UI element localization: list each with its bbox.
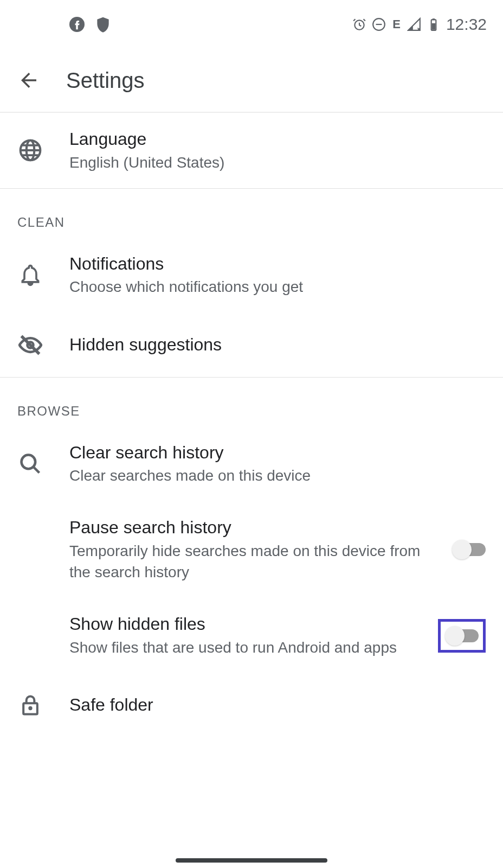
shield-icon — [94, 16, 112, 33]
section-browse: BROWSE Clear search history Clear search… — [0, 378, 503, 738]
lock-icon — [18, 693, 42, 717]
back-icon[interactable] — [17, 69, 40, 92]
clear-search-subtitle: Clear searches made on this device — [69, 465, 486, 486]
alarm-icon — [352, 17, 366, 31]
search-icon — [18, 452, 42, 476]
bell-icon — [18, 263, 42, 287]
language-item[interactable]: Language English (United States) — [0, 113, 503, 188]
svg-rect-5 — [432, 23, 436, 30]
status-bar: E 12:32 — [0, 0, 503, 49]
language-subtitle: English (United States) — [69, 152, 486, 173]
highlighted-toggle-box — [438, 619, 486, 653]
pause-search-title: Pause search history — [69, 516, 426, 539]
signal-icon — [407, 17, 421, 31]
notifications-subtitle: Choose which notifications you get — [69, 276, 486, 297]
pause-search-subtitle: Temporarily hide searches made on this d… — [69, 540, 426, 583]
show-hidden-title: Show hidden files — [69, 613, 412, 636]
eye-off-icon — [18, 333, 42, 357]
globe-icon — [18, 138, 42, 162]
do-not-disturb-icon — [372, 17, 386, 31]
clear-search-history-item[interactable]: Clear search history Clear searches made… — [0, 426, 503, 502]
nav-handle[interactable] — [176, 858, 327, 863]
browse-header: BROWSE — [0, 378, 503, 426]
show-hidden-subtitle: Show files that are used to run Android … — [69, 637, 412, 658]
page-title: Settings — [66, 68, 145, 93]
svg-point-14 — [29, 707, 32, 710]
svg-rect-4 — [433, 18, 435, 20]
svg-line-12 — [34, 467, 40, 473]
notifications-title: Notifications — [69, 253, 486, 276]
section-top: Language English (United States) — [0, 113, 503, 189]
clean-header: CLEAN — [0, 189, 503, 238]
status-left — [69, 16, 112, 33]
status-right: E 12:32 — [352, 15, 487, 34]
section-clean: CLEAN Notifications Choose which notific… — [0, 189, 503, 378]
network-type: E — [392, 17, 401, 31]
status-time: 12:32 — [446, 15, 487, 34]
hidden-suggestions-title: Hidden suggestions — [69, 334, 486, 356]
app-bar: Settings — [0, 49, 503, 113]
safe-folder-item[interactable]: Safe folder — [0, 673, 503, 737]
pause-search-toggle[interactable] — [452, 540, 486, 559]
svg-point-11 — [22, 455, 36, 469]
safe-folder-title: Safe folder — [69, 694, 486, 717]
notifications-item[interactable]: Notifications Choose which notifications… — [0, 238, 503, 313]
clear-search-title: Clear search history — [69, 442, 486, 464]
language-title: Language — [69, 128, 486, 151]
facebook-icon — [69, 17, 85, 32]
show-hidden-files-item[interactable]: Show hidden files Show files that are us… — [0, 598, 503, 673]
show-hidden-toggle[interactable] — [445, 626, 479, 646]
battery-icon — [427, 17, 441, 31]
pause-search-history-item[interactable]: Pause search history Temporarily hide se… — [0, 501, 503, 598]
hidden-suggestions-item[interactable]: Hidden suggestions — [0, 313, 503, 377]
